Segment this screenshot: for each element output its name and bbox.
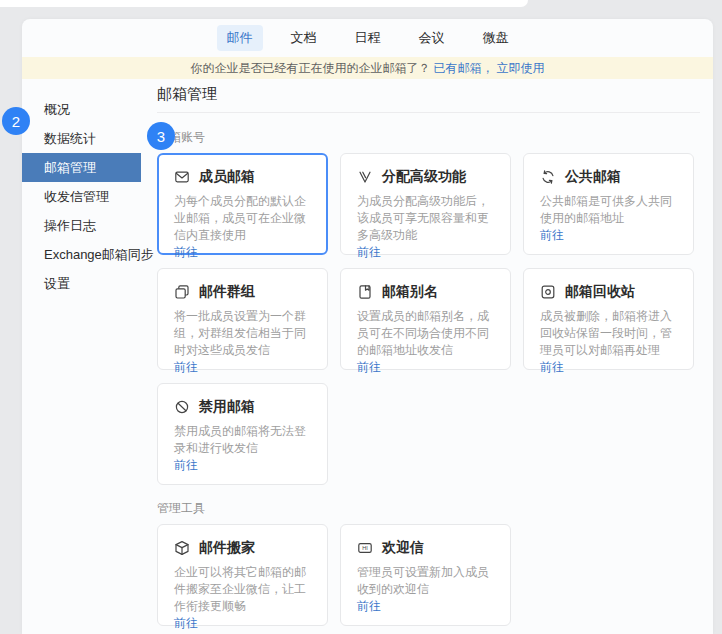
go-link[interactable]: 前往 — [174, 359, 311, 376]
card-head: 分配高级功能 — [357, 168, 494, 186]
card-head: 邮件搬家 — [174, 539, 311, 557]
card-desc: 设置成员的邮箱别名，成员可在不同场合使用不同的邮箱地址收发信 — [357, 308, 494, 359]
card-public-mailbox[interactable]: 公共邮箱 公共邮箱是可供多人共同使用的邮箱地址 前往 — [523, 153, 694, 255]
card-title: 分配高级功能 — [382, 168, 466, 186]
notice-bar: 你的企业是否已经有正在使用的企业邮箱了？ 已有邮箱， 立即使用 — [22, 57, 713, 79]
vip-v-icon — [357, 169, 373, 185]
content-row: 概况 数据统计 邮箱管理 收发信管理 操作日志 Exchange邮箱同步 设置 … — [22, 79, 713, 634]
card-title: 成员邮箱 — [199, 168, 255, 186]
card-head: 禁用邮箱 — [174, 398, 311, 416]
browser-chrome-edge — [0, 0, 528, 7]
package-box-icon — [174, 540, 190, 556]
page-title: 邮箱管理 — [157, 85, 700, 103]
card-title: 邮箱回收站 — [565, 283, 635, 301]
go-link[interactable]: 前往 — [540, 227, 677, 244]
card-title: 邮件群组 — [199, 283, 255, 301]
go-link[interactable]: 前往 — [540, 359, 677, 376]
go-link[interactable]: 前往 — [174, 615, 311, 632]
card-desc: 为每个成员分配的默认企业邮箱，成员可在企业微信内直接使用 — [174, 193, 311, 244]
card-desc: 管理员可设置新加入成员收到的欢迎信 — [357, 564, 494, 598]
card-head: HI 欢迎信 — [357, 539, 494, 557]
card-desc: 成员被删除，邮箱将进入回收站保留一段时间，管理员可以对邮箱再处理 — [540, 308, 677, 359]
card-disabled-mailbox[interactable]: 禁用邮箱 禁用成员的邮箱将无法登录和进行收发信 前往 — [157, 383, 328, 485]
tab-mail[interactable]: 邮件 — [217, 25, 263, 51]
go-link[interactable]: 前往 — [357, 598, 494, 615]
card-mailbox-recycle-bin[interactable]: 邮箱回收站 成员被删除，邮箱将进入回收站保留一段时间，管理员可以对邮箱再处理 前… — [523, 268, 694, 370]
card-desc: 为成员分配高级功能后，该成员可享无限容量和更多高级功能 — [357, 193, 494, 244]
sidebar-item-operation-log[interactable]: 操作日志 — [22, 211, 141, 240]
circular-arrows-icon — [540, 169, 556, 185]
card-head: 邮箱回收站 — [540, 283, 677, 301]
card-advanced-features[interactable]: 分配高级功能 为成员分配高级功能后，该成员可享无限容量和更多高级功能 前往 — [340, 153, 511, 255]
card-desc: 禁用成员的邮箱将无法登录和进行收发信 — [174, 423, 311, 457]
card-title: 欢迎信 — [382, 539, 424, 557]
card-head: 成员邮箱 — [174, 168, 311, 186]
tutorial-step-badge-2: 2 — [2, 107, 30, 135]
envelope-icon — [174, 169, 190, 185]
go-link[interactable]: 前往 — [174, 244, 311, 261]
tab-drive[interactable]: 微盘 — [473, 25, 519, 51]
mail-admin-panel: 邮件 文档 日程 会议 微盘 你的企业是否已经有正在使用的企业邮箱了？ 已有邮箱… — [22, 19, 713, 634]
copy-squares-icon — [174, 284, 190, 300]
section-label-tools: 管理工具 — [157, 501, 700, 515]
main-content: 邮箱管理 邮箱账号 成员邮箱 为每个成员分配的默认企业邮箱，成员可在企业微信内直… — [141, 79, 713, 634]
section-label-accounts: 邮箱账号 — [157, 130, 700, 144]
card-head: 邮箱别名 — [357, 283, 494, 301]
sidebar: 概况 数据统计 邮箱管理 收发信管理 操作日志 Exchange邮箱同步 设置 — [22, 79, 141, 634]
have-mailbox-link[interactable]: 已有邮箱， — [434, 60, 494, 77]
go-link[interactable]: 前往 — [357, 359, 494, 376]
card-title: 邮箱别名 — [382, 283, 438, 301]
card-desc: 公共邮箱是可供多人共同使用的邮箱地址 — [540, 193, 677, 227]
sidebar-item-mailbox-management[interactable]: 邮箱管理 — [22, 153, 141, 182]
bookmark-file-icon — [357, 284, 373, 300]
tab-meeting[interactable]: 会议 — [409, 25, 455, 51]
card-title: 禁用邮箱 — [199, 398, 255, 416]
go-link[interactable]: 前往 — [357, 244, 494, 261]
card-head: 邮件群组 — [174, 283, 311, 301]
svg-text:HI: HI — [362, 545, 368, 551]
go-link[interactable]: 前往 — [174, 457, 311, 474]
sidebar-item-statistics[interactable]: 数据统计 — [22, 124, 141, 153]
sidebar-item-send-receive[interactable]: 收发信管理 — [22, 182, 141, 211]
tutorial-step-badge-3: 3 — [147, 122, 175, 150]
sidebar-item-overview[interactable]: 概况 — [22, 95, 141, 124]
card-mailbox-alias[interactable]: 邮箱别名 设置成员的邮箱别名，成员可在不同场合使用不同的邮箱地址收发信 前往 — [340, 268, 511, 370]
card-mail-migration[interactable]: 邮件搬家 企业可以将其它邮箱的邮件搬家至企业微信，让工作衔接更顺畅 前往 — [157, 524, 328, 626]
ban-icon — [174, 399, 190, 415]
tab-docs[interactable]: 文档 — [281, 25, 327, 51]
tool-cards-grid: 邮件搬家 企业可以将其它邮箱的邮件搬家至企业微信，让工作衔接更顺畅 前往 HI … — [157, 524, 700, 626]
card-desc: 企业可以将其它邮箱的邮件搬家至企业微信，让工作衔接更顺畅 — [174, 564, 311, 615]
card-desc: 将一批成员设置为一个群组，对群组发信相当于同时对这些成员发信 — [174, 308, 311, 359]
recycle-bin-icon — [540, 284, 556, 300]
tab-schedule[interactable]: 日程 — [345, 25, 391, 51]
top-tabbar: 邮件 文档 日程 会议 微盘 — [22, 19, 713, 57]
card-head: 公共邮箱 — [540, 168, 677, 186]
card-title: 公共邮箱 — [565, 168, 621, 186]
card-title: 邮件搬家 — [199, 539, 255, 557]
sidebar-item-exchange-sync[interactable]: Exchange邮箱同步 — [22, 240, 141, 269]
card-mail-group[interactable]: 邮件群组 将一批成员设置为一个群组，对群组发信相当于同时对这些成员发信 前往 — [157, 268, 328, 370]
mailbox-cards-grid: 成员邮箱 为每个成员分配的默认企业邮箱，成员可在企业微信内直接使用 前往 分配高… — [157, 153, 700, 485]
sidebar-item-settings[interactable]: 设置 — [22, 269, 141, 298]
card-member-mailbox[interactable]: 成员邮箱 为每个成员分配的默认企业邮箱，成员可在企业微信内直接使用 前往 — [157, 153, 328, 255]
welcome-letter-icon: HI — [357, 540, 373, 556]
card-welcome-letter[interactable]: HI 欢迎信 管理员可设置新加入成员收到的欢迎信 前往 — [340, 524, 511, 626]
title-divider — [157, 112, 700, 113]
notice-text: 你的企业是否已经有正在使用的企业邮箱了？ — [191, 60, 431, 77]
use-now-link[interactable]: 立即使用 — [497, 60, 545, 77]
